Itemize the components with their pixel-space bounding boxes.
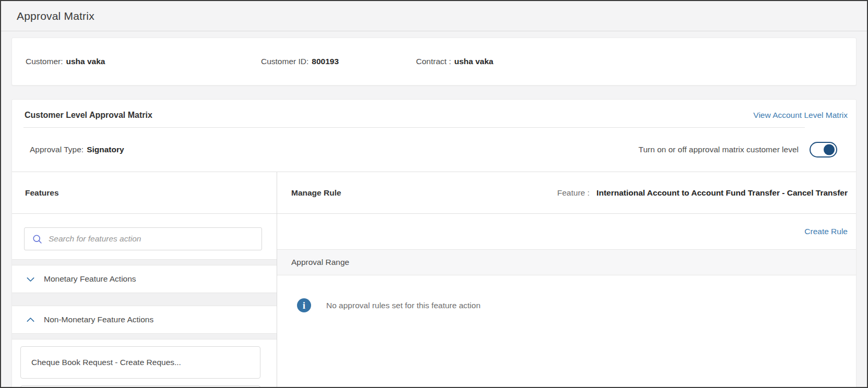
info-icon: i [297, 298, 311, 312]
panel-gap [12, 259, 277, 265]
approval-type-field: Approval Type:Signatory [30, 145, 124, 154]
feature-action-item[interactable]: Cheque Book Request - Create Reques... [20, 346, 260, 379]
customer-name-field: Customer:usha vaka [26, 57, 261, 66]
create-rule-row: Create Rule [277, 214, 856, 249]
contract-label: Contract : [416, 57, 451, 66]
selected-feature-field: Feature : International Account to Accou… [557, 188, 848, 198]
accordion-non-monetary-feature-actions[interactable]: Non-Monetary Feature Actions [12, 306, 277, 333]
selected-feature-label: Feature : [557, 188, 590, 197]
customer-value: usha vaka [66, 57, 105, 66]
customer-id-label: Customer ID: [261, 57, 308, 66]
features-search-area [12, 214, 277, 259]
selected-feature-value: International Account to Account Fund Tr… [597, 188, 848, 197]
customer-id-value: 800193 [312, 57, 339, 66]
page-header: Approval Matrix [1, 1, 867, 31]
contract-field: Contract :usha vaka [416, 57, 493, 66]
no-rules-message: No approval rules set for this feature a… [326, 301, 481, 310]
page-title: Approval Matrix [17, 10, 94, 22]
view-account-level-matrix-link[interactable]: View Account Level Matrix [753, 111, 848, 120]
manage-rule-panel: Manage Rule Feature : International Acco… [277, 172, 856, 388]
matrix-panels: Features Monetar [12, 172, 856, 388]
approval-range-header: Approval Range [277, 249, 856, 275]
accordion-label: Non-Monetary Feature Actions [44, 315, 153, 324]
customer-level-matrix-card: Customer Level Approval Matrix View Acco… [11, 99, 857, 388]
feature-action-item-partial[interactable] [20, 385, 260, 388]
accordion-label: Monetary Feature Actions [44, 274, 136, 284]
approval-type-row: Approval Type:Signatory Turn on or off a… [12, 128, 856, 172]
contract-value: usha vaka [454, 57, 493, 66]
customer-id-field: Customer ID:800193 [261, 57, 416, 66]
create-rule-link[interactable]: Create Rule [804, 227, 848, 236]
panel-gap [12, 293, 277, 306]
feature-action-item-label: Cheque Book Request - Create Reques... [31, 358, 181, 367]
features-panel-header: Features [12, 172, 277, 214]
customer-level-matrix-toggle[interactable] [810, 142, 837, 157]
no-rules-message-row: i No approval rules set for this feature… [277, 275, 856, 312]
panel-gap [12, 333, 277, 340]
approval-range-title: Approval Range [291, 258, 349, 267]
approval-type-label: Approval Type: [30, 145, 84, 154]
manage-rule-header: Manage Rule Feature : International Acco… [277, 172, 856, 214]
search-icon [32, 234, 43, 245]
matrix-toggle-label: Turn on or off approval matrix customer … [638, 145, 799, 154]
chevron-down-icon [25, 274, 36, 285]
features-panel-title: Features [25, 188, 59, 198]
matrix-card-header: Customer Level Approval Matrix View Acco… [12, 100, 856, 120]
approval-type-value: Signatory [87, 145, 124, 154]
features-search-box[interactable] [24, 227, 262, 250]
chevron-up-icon [25, 314, 36, 325]
features-search-input[interactable] [49, 234, 255, 244]
manage-rule-title: Manage Rule [291, 188, 341, 198]
matrix-card-title: Customer Level Approval Matrix [25, 111, 152, 120]
customer-summary-card: Customer:usha vaka Customer ID:800193 Co… [11, 38, 857, 86]
customer-label: Customer: [26, 57, 63, 66]
accordion-monetary-feature-actions[interactable]: Monetary Feature Actions [12, 265, 277, 293]
approval-matrix-screen: Approval Matrix Customer:usha vaka Custo… [0, 0, 868, 388]
features-panel: Features Monetar [12, 172, 277, 388]
toggle-knob [824, 144, 835, 155]
